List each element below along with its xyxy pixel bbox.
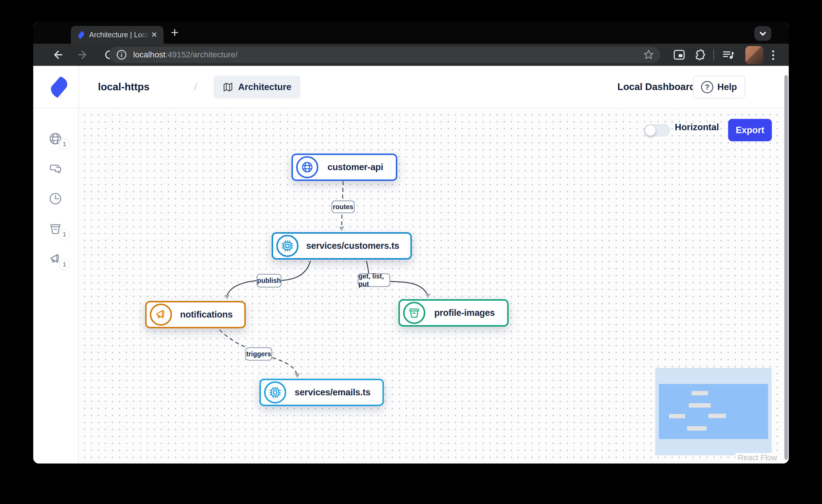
tab-architecture-label: Architecture: [238, 82, 292, 92]
search-tabs-button[interactable]: [754, 26, 771, 41]
map-icon: [223, 82, 234, 93]
dashboard-page: local-https / Architecture Local Dashboa…: [33, 66, 789, 464]
node-label: services/emails.ts: [286, 387, 382, 398]
node-label: notifications: [172, 309, 244, 320]
back-button[interactable]: [48, 44, 66, 66]
question-icon: ?: [701, 81, 713, 93]
site-info-icon[interactable]: [115, 48, 128, 61]
sidebar-badge: 1: [59, 259, 70, 270]
tab-close-icon[interactable]: ✕: [151, 30, 157, 39]
megaphone-icon: [150, 304, 172, 326]
extensions-puzzle-icon[interactable]: [691, 44, 708, 66]
minimap-viewport[interactable]: [659, 384, 768, 439]
url-text[interactable]: localhost:49152/architecture/: [133, 50, 238, 59]
minimap-node: [669, 414, 685, 418]
page-scrollbar[interactable]: [784, 66, 789, 464]
node-profile-images[interactable]: profile-images: [398, 299, 509, 327]
header-divider: [79, 66, 79, 108]
node-customer-api[interactable]: customer-api: [292, 154, 397, 181]
page-title: Local Dashboard: [618, 66, 696, 108]
tab-architecture[interactable]: Architecture: [214, 76, 300, 98]
node-label: profile-images: [425, 308, 507, 318]
tab-strip: Architecture | Local Dashboard ✕ +: [33, 22, 789, 44]
minimap-node: [689, 403, 711, 408]
sidebar-item-pubsub[interactable]: 1: [49, 252, 62, 266]
help-label: Help: [717, 82, 737, 92]
tab-title: Architecture | Local Dashboard: [89, 31, 149, 39]
forward-button[interactable]: [75, 44, 92, 66]
sidebar-item-storage[interactable]: 1: [49, 222, 62, 236]
sidebar-badge: 1: [59, 229, 70, 240]
app-header: local-https / Architecture Local Dashboa…: [33, 66, 789, 108]
node-label: services/customers.ts: [299, 241, 410, 251]
clock-icon: [49, 192, 62, 205]
chevron-down-icon: [760, 29, 766, 36]
browser-window: Architecture | Local Dashboard ✕ + local…: [33, 22, 789, 464]
browser-toolbar: localhost:49152/architecture/: [33, 44, 789, 66]
sidebar-item-api-explorer[interactable]: 1: [49, 132, 62, 145]
edge-label-triggers: triggers: [245, 347, 272, 361]
node-services-emails[interactable]: services/emails.ts: [260, 379, 384, 406]
sidebar-item-service-catalog[interactable]: [49, 162, 62, 175]
chat-icon: [49, 162, 62, 175]
minimap-node: [692, 391, 708, 395]
chip-icon: [264, 381, 286, 403]
react-flow-attribution[interactable]: React Flow: [735, 453, 779, 463]
help-button[interactable]: ? Help: [693, 76, 745, 98]
profile-avatar[interactable]: [745, 46, 763, 64]
node-label: customer-api: [318, 162, 396, 172]
address-bar[interactable]: localhost:49152/architecture/: [109, 47, 660, 63]
bucket-icon: [403, 302, 425, 324]
toolbar-divider: [713, 49, 714, 60]
horizontal-toggle-label: Horizontal: [675, 122, 719, 133]
minimap-node: [687, 426, 707, 431]
chip-icon: [276, 235, 299, 257]
globe-icon: [296, 156, 318, 178]
app-logo-icon[interactable]: [45, 75, 71, 99]
favicon-logo-icon: [76, 30, 85, 40]
node-services-customers[interactable]: services/customers.ts: [272, 232, 412, 260]
url-host: localhost: [133, 50, 165, 59]
url-path: :49152/architecture/: [165, 50, 238, 59]
minimap-node: [708, 414, 726, 418]
browser-menu-icon[interactable]: [772, 49, 774, 61]
picture-in-picture-icon[interactable]: [671, 44, 688, 66]
media-controls-icon[interactable]: [719, 44, 737, 66]
sidebar-item-traces[interactable]: [49, 192, 62, 205]
edge-label-get-list-put: get, list, put: [358, 273, 390, 287]
node-notifications[interactable]: notifications: [145, 301, 246, 328]
bookmark-star-icon[interactable]: [643, 49, 655, 62]
toggle-knob: [645, 125, 656, 136]
export-button[interactable]: Export: [728, 119, 772, 141]
project-name[interactable]: local-https: [98, 66, 149, 108]
scrollbar-thumb[interactable]: [784, 75, 788, 460]
breadcrumb-separator: /: [194, 66, 197, 108]
sidebar-badge: 1: [59, 138, 70, 150]
edge-label-publish: publish: [257, 274, 282, 288]
minimap[interactable]: [655, 368, 772, 455]
new-tab-button[interactable]: +: [171, 24, 179, 40]
architecture-canvas[interactable]: customer-api services/customers.ts: [79, 108, 784, 464]
sidebar: 1 1: [33, 108, 79, 464]
browser-tab[interactable]: Architecture | Local Dashboard ✕: [71, 26, 163, 44]
horizontal-toggle[interactable]: [644, 124, 670, 137]
edge-label-routes: routes: [331, 200, 355, 213]
